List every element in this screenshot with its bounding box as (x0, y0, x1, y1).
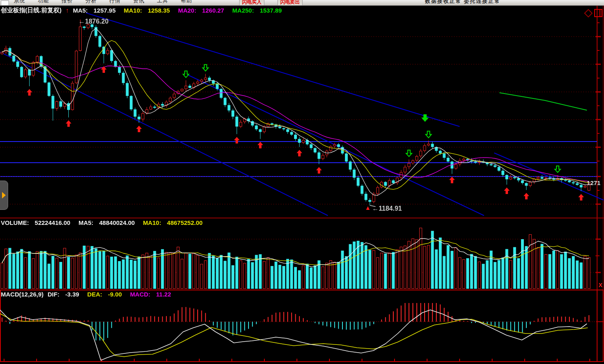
menu-item[interactable]: 分析 (85, 0, 97, 4)
quick-sell-button[interactable]: 闪电卖出 (277, 0, 303, 6)
menu-item[interactable]: 资讯 (133, 0, 144, 4)
chart-canvas[interactable] (0, 0, 604, 364)
trading-app-window: 系统 功能 报价 分析 行情 资讯 工具 帮助 闪电买入 闪电卖出 数据接收正常… (0, 0, 604, 364)
menu-item[interactable]: 工具 (157, 0, 168, 4)
top-toolbar: 系统 功能 报价 分析 行情 资讯 工具 帮助 闪电买入 闪电卖出 数据接收正常… (0, 0, 604, 6)
window-split-line (600, 10, 600, 16)
app-logo-icon[interactable] (1, 0, 9, 6)
menu-item[interactable]: 帮助 (181, 0, 192, 4)
window-layout-icon[interactable] (594, 9, 602, 17)
menu-item[interactable]: 行情 (109, 0, 121, 4)
connection-status: 数据接收正常 委托连接正常 (425, 0, 501, 5)
close-indicator-button[interactable]: X (597, 282, 604, 288)
quick-buy-button[interactable]: 闪电买入 (239, 0, 264, 6)
menu-item[interactable]: 系统 (14, 0, 25, 4)
side-panel-tab[interactable] (0, 181, 8, 210)
menu-item[interactable]: 功能 (38, 0, 49, 4)
menu-bar: 系统 功能 报价 分析 行情 资讯 工具 帮助 (14, 0, 203, 4)
expand-arrow-icon (2, 192, 6, 198)
menu-item[interactable]: 报价 (61, 0, 73, 4)
